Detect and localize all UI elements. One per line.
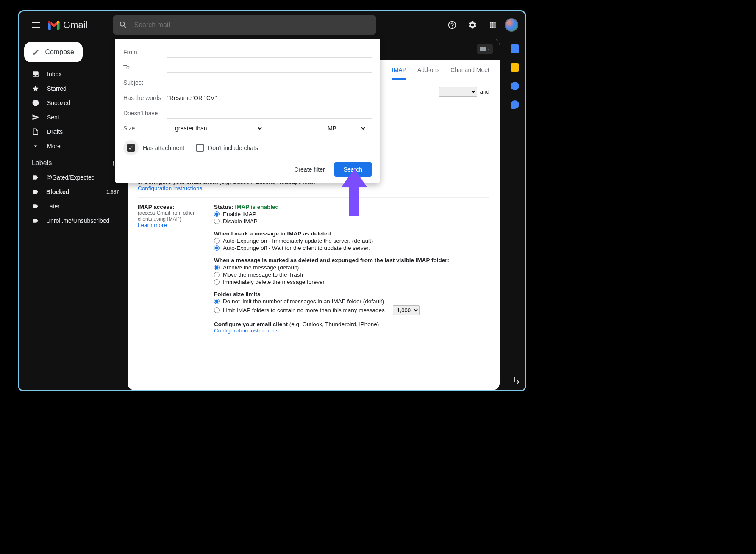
pencil-icon [33,48,39,56]
labels-header: Labels [22,153,124,171]
nav-drafts[interactable]: Drafts [26,125,124,138]
disable-imap-radio[interactable]: Disable IMAP [214,218,489,224]
input-tools-button[interactable] [477,44,493,54]
header: Gmail [19,11,525,39]
app-name: Gmail [63,19,87,30]
nav-inbox[interactable]: Inbox [26,67,124,81]
annotation-arrow-icon [339,169,369,216]
compose-button[interactable]: Compose [24,42,83,62]
create-filter-link[interactable]: Create filter [294,166,325,173]
keyboard-icon [480,47,486,51]
checkbox-checked-icon: ✓ [127,144,135,152]
tab-addons[interactable]: Add-ons [417,66,439,80]
imap-access-label: IMAP access: (access Gmail from other cl… [138,204,206,334]
checkbox-icon [196,144,204,152]
label-unroll[interactable]: Unroll.me/Unsubscribed [26,214,124,227]
size-unit-select[interactable]: MB [326,123,367,134]
size-op-select[interactable]: greater than [173,123,263,134]
keep-icon[interactable] [511,63,519,72]
expunge-trash[interactable]: Move the message to the Trash [214,271,489,278]
subject-input[interactable] [167,78,372,88]
send-icon [32,114,39,121]
label-icon [32,174,39,181]
pop-config-link[interactable]: Configuration instructions [138,185,202,191]
tasks-icon[interactable] [511,82,519,90]
file-icon [32,128,39,136]
hamburger-icon [31,20,41,30]
to-input[interactable] [167,62,372,73]
has-attachment-checkbox[interactable]: ✓ Has attachment [123,140,184,155]
chevron-down-icon [32,142,39,150]
expunge-delete[interactable]: Immediately delete the message forever [214,279,489,285]
help-icon [447,20,457,30]
nav-list: Inbox Starred Snoozed Sent Drafts More [22,67,124,153]
nav-more[interactable]: More [26,139,124,153]
tab-imap[interactable]: IMAP [392,66,406,80]
search-input[interactable] [134,21,370,29]
gmail-icon [48,20,60,30]
label-later[interactable]: Later [26,199,124,213]
settings-button[interactable] [464,17,481,33]
gmail-logo[interactable]: Gmail [48,19,87,30]
contacts-icon[interactable] [511,100,519,109]
doesnt-have-input[interactable] [167,108,372,119]
calendar-icon[interactable] [511,44,519,53]
label-blocked[interactable]: Blocked1,687 [26,185,124,199]
search-bar[interactable] [113,15,376,35]
label-icon [32,188,39,195]
label-gated[interactable]: @Gated/Expected [26,171,124,184]
has-words-input[interactable] [167,93,372,103]
search-icon [119,20,128,30]
support-button[interactable] [444,17,461,33]
folder-limit-select[interactable]: 1,000 [393,305,420,315]
clock-icon [32,99,39,107]
search-filter-form: From To Subject Has the words Doesn't ha… [115,39,380,183]
account-avatar[interactable] [505,18,518,32]
header-actions [444,17,518,33]
sidebar: Compose Inbox Starred Snoozed Sent Draft… [19,39,128,390]
apps-button[interactable] [484,17,501,33]
folder-no-limit[interactable]: Do not limit the number of messages in a… [214,298,489,305]
label-icon [32,203,39,210]
folder-limit[interactable]: Limit IMAP folders to contain no more th… [214,305,489,315]
auto-expunge-on[interactable]: Auto-Expunge on - Immediately update the… [214,238,489,244]
dont-include-chats-checkbox[interactable]: Don't include chats [196,144,258,152]
pop-range-select[interactable] [439,87,477,97]
size-value-input[interactable] [269,123,320,133]
app-window: Gmail Compose Inbox [18,10,526,391]
apps-icon [489,21,497,29]
from-input[interactable] [167,47,372,58]
inbox-icon [32,70,39,78]
tab-chat-meet[interactable]: Chat and Meet [450,66,489,80]
nav-snoozed[interactable]: Snoozed [26,96,124,110]
star-icon [32,85,39,92]
imap-config-link[interactable]: Configuration instructions [214,327,278,334]
main-menu-button[interactable] [26,15,46,35]
compose-label: Compose [45,48,74,56]
and-label: and [480,89,489,95]
label-icon [32,217,39,224]
nav-starred[interactable]: Starred [26,82,124,95]
auto-expunge-off[interactable]: Auto-Expunge off - Wait for the client t… [214,245,489,251]
learn-more-link[interactable]: Learn more [138,222,167,228]
expunge-archive[interactable]: Archive the message (default) [214,264,489,271]
imap-section: IMAP access: (access Gmail from other cl… [138,197,489,340]
nav-sent[interactable]: Sent [26,111,124,124]
side-panel-toggle[interactable] [513,377,523,387]
svg-rect-0 [480,47,486,51]
side-panel: + [505,39,525,390]
labels-list: @Gated/Expected Blocked1,687 Later Unrol… [22,171,124,227]
gear-icon [468,20,477,30]
caret-down-icon [487,47,490,51]
